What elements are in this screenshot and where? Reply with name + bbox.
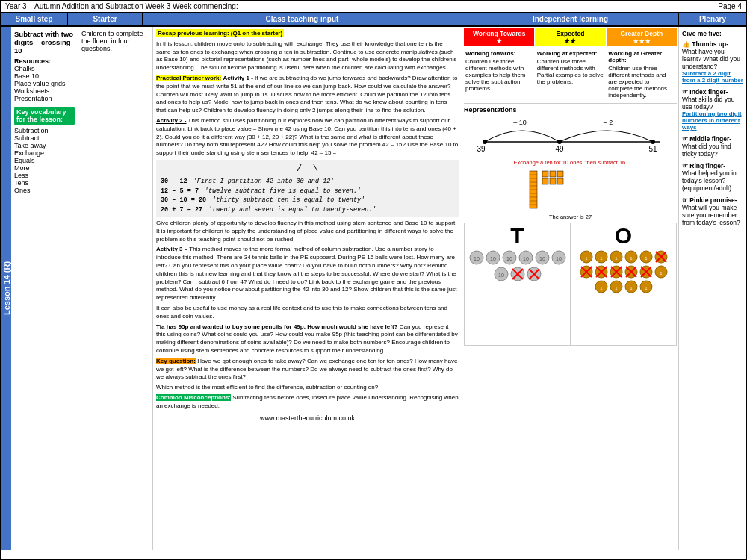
middle-question: What did you find tricky today? xyxy=(682,143,743,158)
activity2-label: Activity 2 - xyxy=(156,117,186,124)
exchange-caption: Exchange a ten for 10 ones, then subtrac… xyxy=(464,159,677,166)
representations-section: Representations 39 49 51 xyxy=(464,103,677,346)
o-column: O 1 1 1 1 1 xyxy=(571,223,676,345)
number-line-svg: 39 49 51 – 10 – 2 xyxy=(470,116,672,157)
ind-headers: Working Towards ★ Expected ★★ Greater De… xyxy=(464,28,677,46)
svg-text:39: 39 xyxy=(477,145,486,153)
key-question: Have we got enough ones to take away? Ca… xyxy=(156,358,457,381)
middle-item: ☞ Middle finger- What did you find trick… xyxy=(682,135,743,158)
col-header-smallstep: Small step xyxy=(1,13,68,25)
plenary-title: Give me five: xyxy=(682,30,743,37)
working-towards-header: Working Towards ★ xyxy=(464,28,534,46)
o-coins: 1 1 1 1 1 1 xyxy=(571,249,676,295)
column-headers: Small step Starter Class teaching input … xyxy=(1,13,746,27)
page-title: Year 3 – Autumn Addition and Subtraction… xyxy=(5,2,286,10)
which-method: Which method is the most efficient to fi… xyxy=(156,384,459,392)
plenary-column: Give me five: 👍 Thumbs up- What have you… xyxy=(679,27,746,550)
base10-visual xyxy=(464,167,677,212)
col-header-teaching: Class teaching input xyxy=(143,13,462,25)
website: www.masterthecurriculum.co.uk xyxy=(156,412,459,423)
teaching-body1: In this lesson, children move onto to su… xyxy=(156,40,459,72)
small-step-column: Subtract with two digits – crossing 10 R… xyxy=(11,27,78,550)
slash-diagram: / \ xyxy=(161,162,454,175)
activity1-label: Activity 1 - xyxy=(223,75,252,81)
col-header-plenary: Plenary xyxy=(679,13,746,25)
key-question-label: Key question: xyxy=(156,358,196,364)
svg-text:– 2: – 2 xyxy=(603,119,613,126)
math-block: / \ 30 12'First I partition 42 into 30 a… xyxy=(156,160,459,217)
main-content: Lesson 14 (R) Subtract with two digits –… xyxy=(1,27,746,550)
page-header: Year 3 – Autumn Addition and Subtraction… xyxy=(1,1,746,13)
svg-rect-19 xyxy=(542,171,548,177)
ring-label: ☞ Ring finger- xyxy=(682,162,743,169)
svg-text:10: 10 xyxy=(498,273,504,278)
resources-list: Chalks Base 10 Place value grids Workshe… xyxy=(14,65,75,102)
expected-header: Expected ★★ xyxy=(535,28,605,46)
recap-header: Recap previous learning: (Q1 on the star… xyxy=(156,29,284,37)
vocab-list: Subtraction Subtract Take away Exchange … xyxy=(14,127,75,194)
ind-body: Working towards: Children use three diff… xyxy=(464,49,677,100)
pinkie-label: ☞ Pinkie promise- xyxy=(682,196,743,204)
to-diagram: T 10 10 10 10 10 10 10 xyxy=(464,223,677,346)
index-label: ☞ Index finger- xyxy=(682,88,743,96)
svg-rect-23 xyxy=(550,178,556,184)
starter-text: Children to complete the fluent in four … xyxy=(81,30,149,52)
svg-text:10: 10 xyxy=(490,256,496,261)
svg-text:51: 51 xyxy=(648,145,657,153)
pinkie-item: ☞ Pinkie promise- What will you make sur… xyxy=(682,196,743,226)
svg-rect-22 xyxy=(542,178,548,184)
expected-cell: Working at expected: Children use three … xyxy=(536,49,606,100)
star-2: ★★ xyxy=(537,37,603,45)
svg-text:– 10: – 10 xyxy=(513,119,527,126)
number-line: 39 49 51 – 10 – 2 xyxy=(464,116,677,157)
small-step-title: Subtract with two digits – crossing 10 xyxy=(14,30,75,55)
starter-column: Children to complete the fluent in four … xyxy=(78,27,153,550)
teaching-body2: Give children plenty of opportunity to d… xyxy=(156,220,459,243)
svg-text:10: 10 xyxy=(506,256,512,261)
svg-rect-24 xyxy=(557,178,563,184)
ring-item: ☞ Ring finger- What helped you in today'… xyxy=(682,162,743,192)
key-vocab-box: Key vocabulary for the lesson: xyxy=(14,107,75,125)
thumb-item: 👍 Thumbs up- What have you learnt? What … xyxy=(682,40,743,84)
greater-depth-cell: Working at Greater depth: Children use t… xyxy=(607,49,677,100)
tia-problem: Tia has 95p and wanted to buy some penci… xyxy=(156,323,397,330)
activity2-text: This method still uses partitioning but … xyxy=(156,117,458,156)
pinkie-question: What will you make sure you remember fro… xyxy=(682,204,743,226)
teaching-body3: It can also be useful to use money as a … xyxy=(156,305,459,321)
teaching-column: Recap previous learning: (Q1 on the star… xyxy=(153,27,462,550)
svg-text:10: 10 xyxy=(474,256,480,261)
t-column: T 10 10 10 10 10 10 10 xyxy=(465,223,571,345)
practical-header: Practical Partner work: xyxy=(156,75,221,81)
thumb-label: 👍 Thumbs up- xyxy=(682,40,743,48)
svg-rect-20 xyxy=(550,171,556,177)
svg-text:10: 10 xyxy=(556,256,562,261)
thumb-question: What have you learnt? What did you under… xyxy=(682,48,743,70)
page-number: Page 4 xyxy=(718,2,742,10)
activity3-text: This method moves to the more formal met… xyxy=(156,246,456,301)
ring-question: What helped you in today's lesson? (equi… xyxy=(682,169,743,192)
index-question: What skills did you use today? xyxy=(682,96,743,111)
svg-text:10: 10 xyxy=(539,256,545,261)
t-coins: 10 10 10 10 10 10 10 xyxy=(465,249,570,283)
activity3-label: Activity 3 – xyxy=(156,246,187,252)
svg-text:49: 49 xyxy=(555,145,564,153)
working-towards-cell: Working towards: Children use three diff… xyxy=(464,49,534,100)
svg-text:10: 10 xyxy=(523,256,529,261)
lesson-label: Lesson 14 (R) xyxy=(1,27,11,550)
star-1: ★ xyxy=(466,37,532,45)
col-header-independent: Independent learning xyxy=(462,13,679,25)
greater-depth-header: Greater Depth ★★★ xyxy=(607,28,677,46)
link1[interactable]: Subtract a 2 digit from a 2 digit number xyxy=(682,70,743,84)
index-item: ☞ Index finger- What skills did you use … xyxy=(682,88,743,131)
resources-label: Resources: xyxy=(14,57,75,65)
star-3: ★★★ xyxy=(609,37,675,45)
independent-column: Working Towards ★ Expected ★★ Greater De… xyxy=(462,27,679,550)
middle-label: ☞ Middle finger- xyxy=(682,135,743,143)
link2[interactable]: Partitioning two digit numbers in differ… xyxy=(682,111,743,131)
answer-caption: The answer is 27 xyxy=(464,214,677,220)
col-header-starter: Starter xyxy=(68,13,143,25)
svg-rect-21 xyxy=(557,171,563,177)
misconceptions-label: Common Misconceptions: xyxy=(156,394,231,401)
